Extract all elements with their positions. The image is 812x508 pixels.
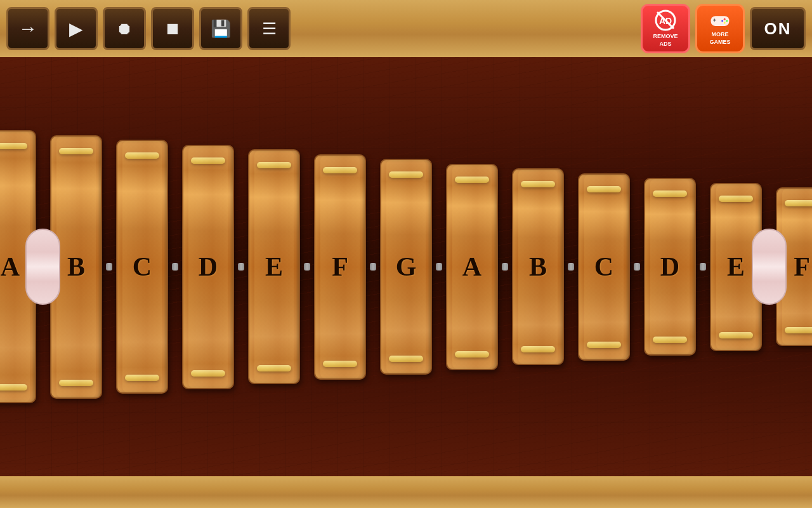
bar-notch-top xyxy=(719,196,754,202)
bar-connector xyxy=(502,263,508,271)
record-button[interactable]: ⏺ xyxy=(103,7,146,50)
bar-notch-top xyxy=(191,157,226,164)
play-icon: ▶ xyxy=(69,18,83,39)
bar-note-label: F xyxy=(794,251,810,282)
right-handle xyxy=(752,229,787,305)
bar-notch-top xyxy=(59,148,94,154)
bar-notch-bottom xyxy=(587,342,622,348)
bar-connector xyxy=(238,263,244,271)
list-button[interactable]: ☰ xyxy=(247,7,291,50)
bar-connector xyxy=(634,263,640,271)
play-button[interactable]: ▶ xyxy=(55,7,98,50)
bar-notch-bottom xyxy=(257,365,292,371)
xylophone-bar-E-4[interactable]: E xyxy=(248,149,300,384)
bar-notch-bottom xyxy=(653,337,688,343)
xylophone-bar-C-9[interactable]: C xyxy=(578,173,630,361)
controller-icon xyxy=(709,11,731,30)
bar-connector xyxy=(436,263,442,271)
bar-notch-bottom xyxy=(59,380,94,386)
bar-notch-top xyxy=(257,162,292,168)
left-handle xyxy=(25,229,60,305)
bar-notch-bottom xyxy=(389,356,424,362)
bar-note-label: C xyxy=(133,251,152,282)
on-label: ON xyxy=(764,19,792,39)
svg-point-6 xyxy=(724,18,726,20)
main-area: ABCDEFGABCDEF xyxy=(0,57,812,476)
bar-notch-top xyxy=(785,200,812,206)
stop-button[interactable]: ⏹ xyxy=(151,7,194,50)
bar-note-label: F xyxy=(332,251,348,282)
xylophone: ABCDEFGABCDEF xyxy=(25,108,787,425)
bar-notch-top xyxy=(125,152,160,159)
arrow-button[interactable]: → xyxy=(6,7,49,50)
arrow-icon: → xyxy=(18,18,37,39)
record-icon: ⏺ xyxy=(116,19,133,39)
save-button[interactable]: 💾 xyxy=(199,7,242,50)
bar-notch-top xyxy=(587,186,622,192)
bar-notch-top xyxy=(521,181,556,187)
on-button[interactable]: ON xyxy=(750,7,806,50)
bar-notch-bottom xyxy=(0,384,27,391)
bar-note-label: C xyxy=(594,251,613,282)
bar-notch-top xyxy=(653,190,688,197)
bar-notch-top xyxy=(389,171,424,178)
svg-point-8 xyxy=(721,20,723,22)
bar-note-label: G xyxy=(396,251,417,282)
bar-notch-bottom xyxy=(719,332,754,338)
bar-note-label: E xyxy=(265,251,283,282)
bar-note-label: D xyxy=(199,251,218,282)
xylophone-bar-D-10[interactable]: D xyxy=(644,178,696,356)
bars-container: ABCDEFGABCDEF xyxy=(0,108,812,425)
xylophone-bar-A-7[interactable]: A xyxy=(446,164,498,370)
bar-connector xyxy=(568,263,574,271)
save-icon: 💾 xyxy=(211,19,231,39)
bar-notch-bottom xyxy=(785,327,812,333)
bottom-bar xyxy=(0,476,812,508)
stop-icon: ⏹ xyxy=(164,19,181,39)
bar-note-label: B xyxy=(529,251,547,282)
more-games-button[interactable]: MOREGAMES xyxy=(695,4,745,53)
bar-connector xyxy=(700,263,706,271)
svg-rect-5 xyxy=(714,19,715,22)
remove-ads-label: REMOVEADS xyxy=(653,33,678,48)
bar-notch-bottom xyxy=(125,375,160,381)
bar-connector xyxy=(106,263,112,271)
toolbar: → ▶ ⏺ ⏹ 💾 ☰ AD REMOVEADS xyxy=(0,0,812,57)
no-ads-icon: AD xyxy=(654,9,677,32)
bar-connector xyxy=(370,263,376,271)
bar-notch-bottom xyxy=(521,346,556,352)
bar-notch-top xyxy=(455,177,490,183)
bar-note-label: D xyxy=(660,251,679,282)
more-games-label: MOREGAMES xyxy=(709,31,730,46)
bar-note-label: B xyxy=(67,251,85,282)
bar-notch-top xyxy=(0,143,27,149)
bar-note-label: A xyxy=(462,251,481,282)
bar-note-label: E xyxy=(727,251,745,282)
svg-point-9 xyxy=(724,22,726,24)
bar-note-label: A xyxy=(1,251,20,282)
xylophone-bar-C-2[interactable]: C xyxy=(116,140,168,394)
xylophone-bar-G-6[interactable]: G xyxy=(380,159,432,375)
bar-notch-bottom xyxy=(191,370,226,377)
bar-notch-bottom xyxy=(455,351,490,358)
remove-ads-button[interactable]: AD REMOVEADS xyxy=(641,4,690,53)
bar-notch-bottom xyxy=(323,361,358,367)
xylophone-bar-D-3[interactable]: D xyxy=(182,145,234,389)
bar-connector xyxy=(172,263,178,271)
xylophone-bar-B-8[interactable]: B xyxy=(512,168,564,365)
xylophone-bar-F-5[interactable]: F xyxy=(314,154,366,380)
list-icon: ☰ xyxy=(262,20,277,37)
bar-connector xyxy=(304,263,310,271)
bar-notch-top xyxy=(323,167,358,173)
svg-point-7 xyxy=(726,20,728,22)
